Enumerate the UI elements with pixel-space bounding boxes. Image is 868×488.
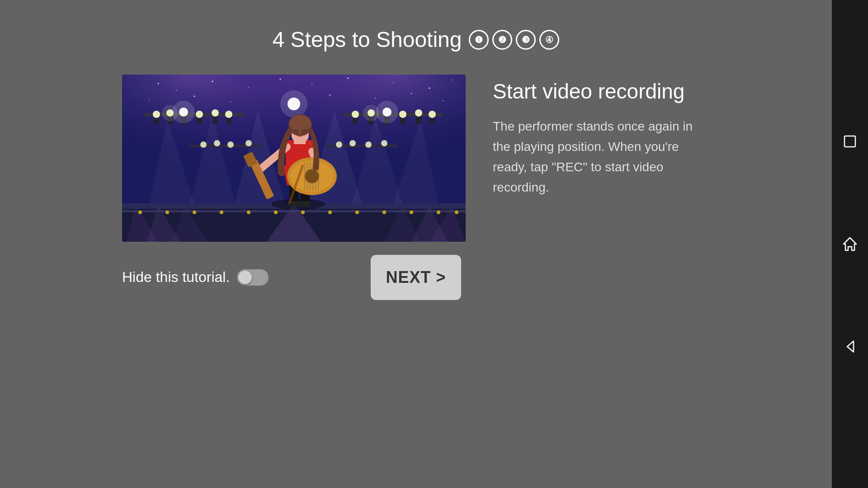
android-nav-bar: [832, 0, 868, 488]
svg-point-63: [429, 111, 436, 118]
svg-point-48: [225, 111, 232, 118]
svg-point-20: [443, 100, 443, 101]
main-content: 4 Steps to Shooting ❶ ❷ ❸ ④: [0, 0, 832, 488]
svg-point-113: [355, 211, 359, 214]
content-row: Start video recording The performer stan…: [122, 75, 710, 242]
header: 4 Steps to Shooting ❶ ❷ ❸ ④: [273, 27, 560, 52]
section-description: The performer stands once again in the p…: [493, 117, 710, 197]
svg-point-8: [280, 79, 281, 80]
svg-point-58: [352, 111, 359, 118]
hide-tutorial-label: Hide this tutorial.: [122, 269, 230, 286]
svg-rect-101: [294, 138, 306, 144]
svg-point-111: [301, 211, 305, 214]
svg-point-103: [289, 115, 311, 131]
svg-point-116: [437, 211, 440, 214]
svg-rect-118: [844, 136, 855, 147]
svg-point-16: [230, 101, 231, 102]
svg-point-107: [193, 211, 196, 214]
svg-point-69: [200, 141, 207, 148]
svg-point-17: [330, 94, 331, 96]
svg-point-117: [455, 211, 458, 214]
recents-icon[interactable]: [841, 132, 859, 150]
home-icon[interactable]: [841, 235, 859, 253]
svg-point-105: [138, 211, 142, 214]
svg-point-15: [194, 96, 195, 97]
svg-rect-82: [299, 201, 310, 206]
svg-point-47: [212, 109, 219, 117]
step-indicators: ❶ ❷ ❸ ④: [469, 30, 559, 50]
svg-point-7: [248, 87, 249, 88]
svg-point-65: [363, 105, 379, 121]
hide-tutorial-container: Hide this tutorial.: [122, 269, 269, 286]
svg-marker-119: [844, 238, 856, 250]
svg-marker-120: [847, 341, 854, 352]
svg-point-106: [165, 211, 169, 214]
svg-point-13: [452, 80, 453, 80]
svg-point-110: [274, 211, 278, 214]
step-4: ④: [539, 30, 559, 50]
svg-point-6: [212, 81, 213, 82]
svg-point-114: [382, 211, 386, 214]
svg-rect-104: [122, 210, 466, 212]
svg-point-109: [247, 211, 250, 214]
next-button[interactable]: NEXT >: [371, 255, 461, 300]
svg-point-76: [365, 141, 372, 148]
toggle-thumb: [238, 271, 252, 284]
concert-image: [122, 75, 466, 242]
hide-tutorial-toggle[interactable]: [237, 269, 269, 286]
svg-point-77: [381, 140, 387, 146]
step-1: ❶: [469, 30, 489, 50]
svg-point-71: [227, 141, 234, 148]
svg-point-61: [399, 111, 406, 118]
step-3: ❸: [516, 30, 536, 50]
svg-point-10: [348, 78, 349, 79]
svg-point-12: [429, 88, 430, 89]
svg-point-50: [162, 105, 178, 121]
svg-point-43: [153, 111, 160, 118]
svg-point-5: [176, 90, 177, 91]
svg-point-14: [149, 99, 150, 100]
svg-point-112: [328, 211, 332, 214]
svg-point-70: [214, 140, 220, 146]
svg-point-115: [410, 211, 413, 214]
svg-point-11: [393, 82, 394, 83]
svg-point-4: [158, 83, 159, 84]
back-icon[interactable]: [841, 338, 859, 356]
page-title: 4 Steps to Shooting: [273, 27, 462, 52]
svg-point-19: [411, 93, 412, 94]
svg-point-74: [336, 141, 342, 148]
svg-point-18: [375, 98, 376, 99]
svg-point-62: [415, 109, 422, 117]
bottom-row: Hide this tutorial. NEXT >: [122, 269, 710, 286]
svg-point-108: [220, 211, 223, 214]
step-2: ❷: [492, 30, 512, 50]
svg-point-72: [245, 140, 252, 146]
svg-point-46: [196, 111, 203, 118]
svg-point-75: [349, 140, 356, 146]
svg-point-67: [280, 90, 307, 117]
svg-point-9: [311, 84, 312, 85]
section-title: Start video recording: [493, 79, 710, 104]
text-content: Start video recording The performer stan…: [493, 75, 710, 197]
